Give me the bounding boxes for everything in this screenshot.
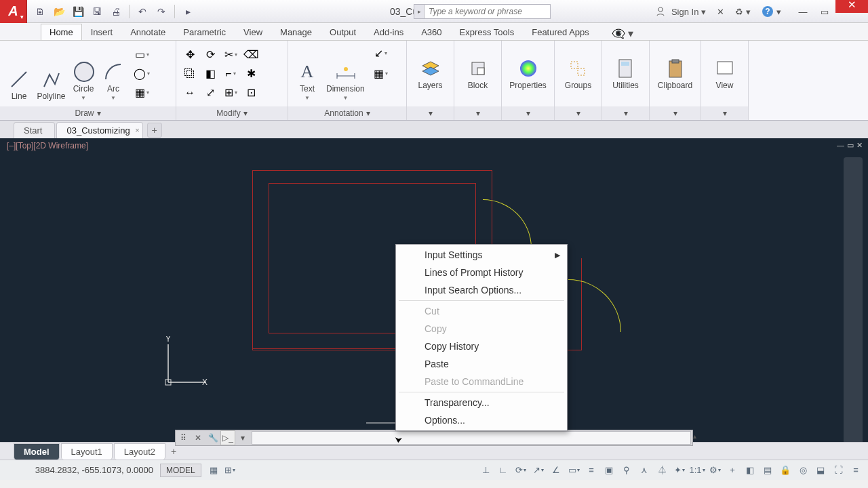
copy-icon[interactable]: ⿻ bbox=[180, 65, 199, 83]
exchange-icon[interactable]: ✕ bbox=[711, 0, 730, 23]
selection-cycling-icon[interactable]: ▣ bbox=[601, 462, 617, 479]
polyline-button[interactable]: Polyline bbox=[34, 44, 68, 104]
panel-annotation-title[interactable]: Annotation bbox=[324, 108, 363, 118]
tab-addins[interactable]: Add-ins bbox=[365, 24, 412, 40]
tab-parametric[interactable]: Parametric bbox=[174, 24, 235, 40]
lock-ui-icon[interactable]: 🔒 bbox=[777, 462, 793, 479]
otrack-icon[interactable]: ∠ bbox=[548, 462, 564, 479]
clipboard-button[interactable]: Clipboard bbox=[654, 55, 696, 93]
mirror-icon[interactable]: ◧ bbox=[201, 65, 220, 83]
cmdline-grip-icon[interactable]: ⠿ bbox=[176, 430, 191, 445]
tab-home[interactable]: Home bbox=[41, 24, 82, 40]
cmdline-recent-icon[interactable]: ▾ bbox=[235, 430, 250, 445]
layout-model-tab[interactable]: Model bbox=[14, 443, 60, 460]
isoplane-icon[interactable]: ⟳ bbox=[513, 462, 529, 479]
scale-icon[interactable]: ⤢ bbox=[201, 84, 220, 102]
leader-icon[interactable]: ↙ bbox=[372, 45, 391, 62]
cmdline-prompt-icon[interactable]: ▷_ bbox=[220, 430, 235, 445]
menu-paste[interactable]: Paste bbox=[396, 355, 567, 373]
array-icon[interactable]: ⊞ bbox=[221, 84, 240, 102]
fillet-icon[interactable]: ⌐ bbox=[221, 65, 240, 83]
erase-icon[interactable]: ⌫ bbox=[241, 46, 260, 64]
osnap-icon[interactable]: ↗ bbox=[530, 462, 547, 479]
panel-modify-title[interactable]: Modify bbox=[216, 108, 240, 118]
dynamic-ucs-icon[interactable]: ⋏ bbox=[636, 462, 652, 479]
move-icon[interactable]: ✥ bbox=[180, 46, 199, 64]
offset-icon[interactable]: ⊡ bbox=[241, 84, 260, 102]
circle-button[interactable]: Circle▼ bbox=[68, 44, 98, 104]
viewport-close-icon[interactable]: ✕ bbox=[856, 141, 863, 150]
viewport-label[interactable]: [–][Top][2D Wireframe] bbox=[7, 141, 88, 150]
layout2-tab[interactable]: Layout2 bbox=[114, 443, 165, 460]
text-button[interactable]: AText▼ bbox=[292, 44, 322, 104]
close-tab-icon[interactable]: × bbox=[135, 126, 139, 134]
close-button[interactable]: ✕ bbox=[835, 0, 868, 13]
new-tab-button[interactable]: + bbox=[147, 123, 162, 138]
add-layout-button[interactable]: + bbox=[167, 445, 180, 458]
annotation-scale[interactable]: 1:1 bbox=[689, 462, 705, 479]
units-icon[interactable]: ◧ bbox=[742, 462, 758, 479]
tab-view[interactable]: View bbox=[235, 24, 271, 40]
layout1-tab[interactable]: Layout1 bbox=[61, 443, 113, 460]
line-button[interactable]: Line bbox=[4, 44, 34, 104]
explode-icon[interactable]: ✱ bbox=[241, 65, 260, 83]
menu-search-options[interactable]: Input Search Options... bbox=[396, 281, 567, 299]
signin-button[interactable]: Sign In ▾ bbox=[650, 0, 711, 23]
arc-button[interactable]: Arc▼ bbox=[98, 44, 128, 104]
saveas-icon[interactable]: 🖫 bbox=[90, 4, 104, 19]
isolate-icon[interactable]: ◎ bbox=[795, 462, 811, 479]
ellipse-icon[interactable]: ◯ bbox=[132, 65, 151, 83]
help-icon[interactable]: ? ▾ bbox=[756, 0, 787, 23]
viewport-restore-icon[interactable]: ▭ bbox=[847, 141, 854, 150]
cmdline-config-icon[interactable]: 🔧 bbox=[205, 430, 220, 445]
search-input[interactable] bbox=[425, 4, 551, 19]
coordinates-readout[interactable]: 3884.2832, -655.1073, 0.0000 bbox=[4, 465, 160, 475]
customize-status-icon[interactable]: ≡ bbox=[848, 462, 864, 479]
tab-insert[interactable]: Insert bbox=[82, 24, 122, 40]
qat-more-icon[interactable]: ▸ bbox=[180, 4, 195, 19]
trim-icon[interactable]: ✂ bbox=[221, 46, 240, 64]
grid-icon[interactable]: ▦ bbox=[205, 462, 222, 479]
3dosnap-icon[interactable]: ⚲ bbox=[618, 462, 635, 479]
rectangle-icon[interactable]: ▭ bbox=[132, 46, 151, 64]
cmdline-expand-icon[interactable]: ▴ bbox=[693, 432, 696, 440]
open-icon[interactable]: 📂 bbox=[52, 4, 66, 19]
command-input[interactable] bbox=[252, 431, 691, 445]
snap-icon[interactable]: ⊞ bbox=[222, 462, 238, 479]
menu-transparency[interactable]: Transparency... bbox=[396, 394, 567, 411]
gizmo-icon[interactable]: ✦ bbox=[671, 462, 688, 479]
tab-express[interactable]: Express Tools bbox=[451, 24, 524, 40]
layers-button[interactable]: Layers bbox=[414, 55, 446, 93]
tab-file[interactable]: 03_Customizing× bbox=[56, 122, 142, 138]
panel-draw-title[interactable]: Draw bbox=[75, 108, 94, 118]
menu-options[interactable]: Options... bbox=[396, 411, 567, 429]
workspace-icon[interactable]: ⚙ bbox=[707, 462, 723, 479]
cmdline-close-icon[interactable]: ✕ bbox=[191, 430, 205, 445]
tab-start[interactable]: Start bbox=[14, 122, 55, 138]
new-icon[interactable]: 🗎 bbox=[33, 4, 47, 19]
menu-copy-history[interactable]: Copy History bbox=[396, 338, 567, 355]
app-menu-button[interactable]: A bbox=[0, 0, 27, 23]
polar-icon[interactable]: ∟ bbox=[495, 462, 511, 479]
a360-icon[interactable]: ♻ ▾ bbox=[730, 0, 756, 23]
minimize-button[interactable]: — bbox=[792, 3, 814, 20]
navigation-bar[interactable] bbox=[844, 157, 863, 442]
redo-icon[interactable]: ↷ bbox=[154, 4, 169, 19]
dimension-button[interactable]: Dimension▼ bbox=[322, 44, 369, 104]
lineweight-icon[interactable]: ▭ bbox=[566, 462, 582, 479]
stretch-icon[interactable]: ↔ bbox=[180, 84, 199, 102]
viewport-minimize-icon[interactable]: — bbox=[837, 141, 844, 150]
maximize-button[interactable]: ▭ bbox=[814, 3, 835, 20]
tab-featured[interactable]: Featured Apps bbox=[523, 24, 598, 40]
block-button[interactable]: Block bbox=[463, 55, 493, 93]
transparency-icon[interactable]: ≡ bbox=[583, 462, 599, 479]
ribbon-vis-icon[interactable]: 👁‍🗨 ▾ bbox=[612, 27, 633, 40]
menu-input-settings[interactable]: Input Settings▶ bbox=[396, 246, 567, 264]
tab-manage[interactable]: Manage bbox=[271, 24, 321, 40]
plot-icon[interactable]: 🖨 bbox=[108, 4, 123, 19]
annotation-monitor-icon[interactable]: + bbox=[724, 462, 741, 479]
undo-icon[interactable]: ↶ bbox=[135, 4, 150, 19]
rotate-icon[interactable]: ⟳ bbox=[201, 46, 220, 64]
hardware-accel-icon[interactable]: ⬓ bbox=[812, 462, 829, 479]
tab-a360[interactable]: A360 bbox=[412, 24, 450, 40]
